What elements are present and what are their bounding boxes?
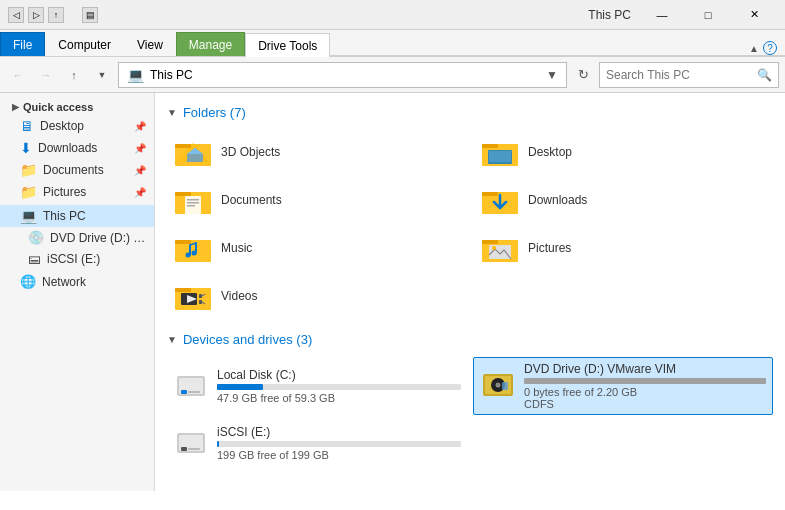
sidebar-item-pictures[interactable]: 📁 Pictures 📌 <box>0 181 154 203</box>
svg-rect-34 <box>181 390 187 394</box>
progress-fill-e <box>217 441 219 447</box>
device-size-e: 199 GB free of 199 GB <box>217 449 461 461</box>
device-info-d: DVD Drive (D:) VMware VIM 0 bytes free o… <box>524 362 766 410</box>
folder-name-videos: Videos <box>221 289 257 303</box>
progress-bar-c <box>217 384 461 390</box>
device-item-e[interactable]: iSCSI (E:) 199 GB free of 199 GB <box>167 421 467 465</box>
devices-arrow[interactable]: ▼ <box>167 334 177 345</box>
quick-access-section: ▶ Quick access 🖥 Desktop 📌 ⬇ Downloads 📌… <box>0 97 154 203</box>
folder-item-desktop[interactable]: Desktop <box>474 130 773 174</box>
progress-fill-c <box>217 384 263 390</box>
nav-recent[interactable]: ▼ <box>90 63 114 87</box>
folder-icon-pictures <box>480 230 520 266</box>
main-layout: ▶ Quick access 🖥 Desktop 📌 ⬇ Downloads 📌… <box>0 93 785 491</box>
ribbon-tabs: File Computer View Manage Drive Tools ▲ … <box>0 30 785 56</box>
folder-name-music: Music <box>221 241 252 255</box>
quick-access-arrow: ▶ <box>12 102 19 112</box>
folders-title: Folders (7) <box>183 105 246 120</box>
svg-point-23 <box>492 246 496 250</box>
nav-up[interactable]: ↑ <box>62 63 86 87</box>
sidebar-item-downloads[interactable]: ⬇ Downloads 📌 <box>0 137 154 159</box>
folder-item-3dobjects[interactable]: 3D Objects <box>167 130 466 174</box>
tab-manage[interactable]: Manage <box>176 32 245 56</box>
device-name-c: Local Disk (C:) <box>217 368 461 382</box>
svg-rect-21 <box>482 240 498 244</box>
pin-icon-pics: 📌 <box>134 187 146 198</box>
ribbon-collapse[interactable]: ▲ <box>749 43 759 54</box>
folder-name-documents: Documents <box>221 193 282 207</box>
ribbon: File Computer View Manage Drive Tools ▲ … <box>0 30 785 57</box>
addressbar: ← → ↑ ▼ 💻 This PC ▼ ↻ 🔍 <box>0 57 785 93</box>
device-size-d: 0 bytes free of 2.20 GB <box>524 386 766 398</box>
device-item-d[interactable]: DVD Drive (D:) VMware VIM 0 bytes free o… <box>473 357 773 415</box>
network-icon: 🌐 <box>20 274 36 289</box>
svg-rect-17 <box>175 240 191 244</box>
folder-icon-3d <box>173 134 213 170</box>
path-text: This PC <box>150 68 193 82</box>
refresh-button[interactable]: ↻ <box>571 63 595 87</box>
sidebar-item-documents[interactable]: 📁 Documents 📌 <box>0 159 154 181</box>
nav-back[interactable]: ← <box>6 63 30 87</box>
tab-view[interactable]: View <box>124 32 176 56</box>
nav-forward[interactable]: → <box>34 63 58 87</box>
folder-name-pictures: Pictures <box>528 241 571 255</box>
device-size-c: 47.9 GB free of 59.3 GB <box>217 392 461 404</box>
sidebar-item-thispc[interactable]: 💻 This PC <box>0 205 154 227</box>
progress-bar-d <box>524 378 766 384</box>
devices-section-header: ▼ Devices and drives (3) <box>167 332 773 347</box>
titlebar: ◁ ▷ ↑ ▤ This PC — □ ✕ <box>0 0 785 30</box>
folder-item-videos[interactable]: Videos <box>167 274 466 318</box>
device-icon-e <box>173 425 209 461</box>
close-button[interactable]: ✕ <box>731 0 777 30</box>
address-bar[interactable]: 💻 This PC ▼ <box>118 62 567 88</box>
sidebar-item-desktop[interactable]: 🖥 Desktop 📌 <box>0 115 154 137</box>
folder-item-documents[interactable]: Documents <box>167 178 466 222</box>
search-icon: 🔍 <box>757 68 772 82</box>
tab-computer[interactable]: Computer <box>45 32 124 56</box>
tab-drive-tools[interactable]: Drive Tools <box>245 33 330 57</box>
toolbar-up[interactable]: ↑ <box>48 7 64 23</box>
search-input[interactable] <box>606 68 757 82</box>
svg-rect-40 <box>502 382 508 390</box>
progress-bar-e <box>217 441 461 447</box>
help-button[interactable]: ? <box>763 41 777 55</box>
address-dropdown[interactable]: ▼ <box>546 68 558 82</box>
svg-rect-2 <box>175 144 191 148</box>
svg-rect-29 <box>199 300 202 304</box>
dvd-icon: 💿 <box>28 230 44 245</box>
minimize-button[interactable]: — <box>639 0 685 30</box>
svg-rect-43 <box>181 447 187 451</box>
device-item-c[interactable]: Local Disk (C:) 47.9 GB free of 59.3 GB <box>167 357 467 415</box>
toolbar-back[interactable]: ◁ <box>8 7 24 23</box>
progress-fill-d <box>524 378 766 384</box>
svg-rect-25 <box>175 288 191 292</box>
maximize-button[interactable]: □ <box>685 0 731 30</box>
folders-section-header: ▼ Folders (7) <box>167 105 773 120</box>
folder-name-desktop: Desktop <box>528 145 572 159</box>
window-controls: — □ ✕ <box>639 0 777 30</box>
folder-item-downloads[interactable]: Downloads <box>474 178 773 222</box>
tab-file[interactable]: File <box>0 32 45 56</box>
thispc-icon: 💻 <box>20 208 37 224</box>
folder-item-pictures[interactable]: Pictures <box>474 226 773 270</box>
toolbar-view[interactable]: ▤ <box>82 7 98 23</box>
svg-rect-5 <box>482 144 498 148</box>
this-pc-section: 💻 This PC 💿 DVD Drive (D:) VMwa... 🖴 iSC… <box>0 205 154 269</box>
sidebar-item-dvd[interactable]: 💿 DVD Drive (D:) VMwa... <box>0 227 154 248</box>
toolbar-custom[interactable] <box>68 7 78 23</box>
toolbar-icons: ◁ ▷ ↑ ▤ <box>8 7 98 23</box>
iscsi-icon: 🖴 <box>28 251 41 266</box>
folder-icon-music <box>173 230 213 266</box>
svg-rect-9 <box>175 192 191 196</box>
quick-access-header[interactable]: ▶ Quick access <box>0 97 154 115</box>
window-title: This PC <box>588 8 631 22</box>
folder-item-music[interactable]: Music <box>167 226 466 270</box>
svg-rect-11 <box>187 199 199 201</box>
pin-icon: 📌 <box>134 121 146 132</box>
toolbar-forward[interactable]: ▷ <box>28 7 44 23</box>
sidebar-item-iscsi[interactable]: 🖴 iSCSI (E:) <box>0 248 154 269</box>
sidebar-item-network[interactable]: 🌐 Network <box>0 271 154 292</box>
folders-arrow[interactable]: ▼ <box>167 107 177 118</box>
search-box[interactable]: 🔍 <box>599 62 779 88</box>
folder-icon-documents <box>173 182 213 218</box>
